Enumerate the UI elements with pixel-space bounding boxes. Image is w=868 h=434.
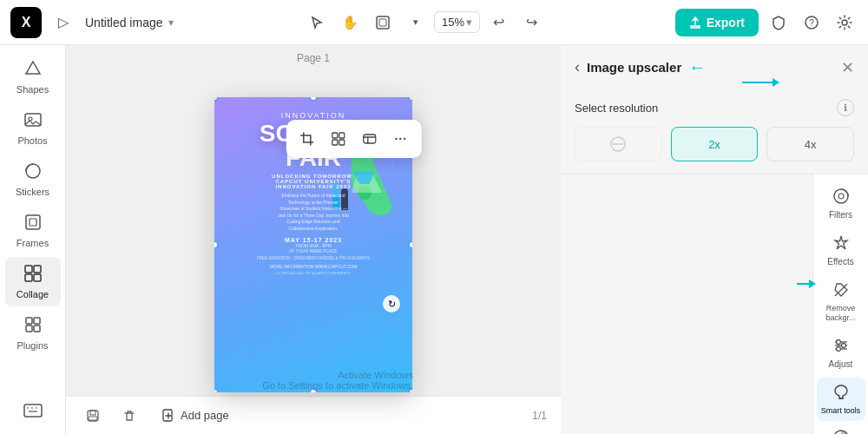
topbar: X ▷ Untitled image ▾ ✋ ▾ 15% ▾ ↩ — [0, 0, 868, 45]
tool-filters[interactable]: Filters — [817, 181, 865, 227]
tool-remove-bg[interactable]: Remove backgr... — [817, 275, 865, 329]
settings-icon-button[interactable] — [832, 10, 858, 36]
plugins-icon — [23, 315, 43, 337]
svg-rect-0 — [377, 16, 389, 29]
sidebar-item-stickers[interactable]: Stickers — [5, 155, 61, 204]
poster-contact: +1-(300) 315-1457 OR @CAPCUT UNIVERSITY — [225, 271, 402, 275]
sidebar-item-plugins[interactable]: Plugins — [5, 308, 61, 358]
undo-button[interactable]: ↩ — [483, 8, 513, 37]
more-options-button[interactable]: ··· — [387, 125, 415, 153]
save-to-disk-button[interactable] — [80, 403, 106, 429]
export-button[interactable]: Export — [675, 9, 759, 36]
left-sidebar: Shapes Photos Stickers — [0, 45, 66, 434]
dropdown-icon: ▾ — [168, 16, 174, 29]
svg-rect-9 — [26, 215, 40, 229]
app-logo[interactable]: X — [10, 7, 42, 38]
redo-icon: ↪ — [526, 14, 537, 30]
page-label: Page 1 — [66, 45, 561, 68]
grid-icon — [332, 132, 345, 146]
resolution-option-disabled[interactable] — [575, 127, 662, 161]
hand-icon: ✋ — [342, 15, 358, 30]
resolution-info-button[interactable]: ℹ — [837, 99, 854, 116]
topbar-right-actions: Export ? — [675, 9, 858, 36]
crop-icon — [300, 132, 314, 146]
effects-label: Effects — [827, 257, 853, 267]
svg-rect-27 — [339, 140, 345, 145]
svg-rect-39 — [88, 411, 98, 421]
zoom-control[interactable]: 15% ▾ — [434, 11, 480, 33]
remove-bg-icon — [832, 281, 850, 301]
photos-label: Photos — [17, 135, 47, 146]
more-dots-icon: ··· — [394, 132, 407, 146]
svg-rect-26 — [332, 140, 338, 145]
settings-icon — [837, 15, 852, 30]
canvas-floating-toolbar: ··· — [286, 120, 422, 158]
sidebar-item-collage[interactable]: Collage — [5, 257, 61, 306]
sidebar-item-shapes[interactable]: Shapes — [5, 52, 61, 102]
canvas-content[interactable]: ··· ↻ — [66, 68, 561, 396]
media-button[interactable] — [356, 125, 384, 153]
shapes-icon — [23, 59, 43, 81]
delete-button[interactable] — [116, 403, 142, 429]
svg-rect-10 — [30, 219, 36, 226]
resolution-options: 2x 4x — [575, 127, 854, 161]
upscaler-panel: ‹ Image upscaler ← ✕ Select resolution ℹ — [561, 45, 868, 174]
resolution-option-4x[interactable]: 4x — [766, 127, 854, 161]
svg-marker-5 — [26, 62, 40, 74]
document-title-area[interactable]: Untitled image ▾ — [85, 16, 174, 30]
crop-button[interactable] — [293, 125, 321, 153]
svg-line-47 — [835, 284, 847, 296]
sidebar-item-keyboard[interactable] — [5, 396, 61, 427]
photos-icon — [23, 110, 43, 132]
save-icon — [86, 409, 100, 423]
hand-tool-button[interactable]: ✋ — [335, 8, 365, 37]
tool-smart-tools[interactable]: Smart tools — [817, 378, 865, 422]
svg-point-4 — [842, 20, 847, 25]
close-icon: ✕ — [841, 59, 854, 76]
cloud-save-button[interactable]: ▷ — [49, 8, 78, 37]
logo-text: X — [22, 15, 31, 30]
svg-rect-12 — [34, 266, 41, 273]
sidebar-item-frames[interactable]: Frames — [5, 206, 61, 255]
resolution-option-2x[interactable]: 2x — [671, 127, 759, 161]
collage-icon — [23, 264, 43, 286]
cursor-icon — [310, 16, 324, 30]
collage-label: Collage — [16, 289, 49, 299]
tool-opacity[interactable]: Opacity — [817, 423, 865, 434]
select-tool-button[interactable] — [302, 8, 332, 37]
svg-point-7 — [29, 117, 32, 121]
upscaler-back-button[interactable]: ‹ — [575, 58, 580, 76]
shield-icon-button[interactable] — [766, 10, 792, 36]
frame-tool-button[interactable] — [368, 8, 398, 37]
add-page-icon — [161, 409, 175, 423]
svg-point-46 — [838, 194, 844, 199]
upscaler-close-button[interactable]: ✕ — [841, 58, 854, 77]
poster-website: MORE INFORMATION WWW.CAPCUT.COM — [225, 264, 402, 269]
stickers-icon — [23, 161, 43, 183]
media-icon — [363, 132, 377, 146]
document-title: Untitled image — [85, 16, 163, 30]
sidebar-item-photos[interactable]: Photos — [5, 103, 61, 153]
svg-rect-28 — [364, 135, 376, 143]
tools-sidebar: Filters Effects — [812, 174, 868, 434]
resolution-label-row: Select resolution ℹ — [575, 99, 854, 116]
shapes-label: Shapes — [16, 84, 49, 95]
svg-rect-17 — [26, 326, 32, 332]
frame-icon — [375, 15, 391, 30]
tool-effects[interactable]: Effects — [817, 228, 865, 273]
adjust-icon — [832, 337, 850, 357]
frame-dropdown-button[interactable]: ▾ — [401, 8, 431, 37]
add-page-button[interactable]: Add page — [153, 404, 238, 428]
poster-innovation-text: INNOVATION — [225, 111, 402, 120]
remove-bg-label: Remove backgr... — [820, 304, 862, 323]
redo-button[interactable]: ↪ — [516, 8, 546, 37]
smart-tools-label: Smart tools — [821, 406, 861, 416]
right-tools-row: Filters Effects — [561, 174, 868, 434]
adjust-label: Adjust — [829, 359, 853, 370]
help-icon-button[interactable]: ? — [799, 10, 825, 36]
svg-point-52 — [841, 343, 845, 347]
no-entry-icon — [609, 135, 627, 153]
plugins-label: Plugins — [16, 340, 48, 351]
grid-view-button[interactable] — [325, 125, 352, 153]
tool-adjust[interactable]: Adjust — [817, 331, 865, 376]
